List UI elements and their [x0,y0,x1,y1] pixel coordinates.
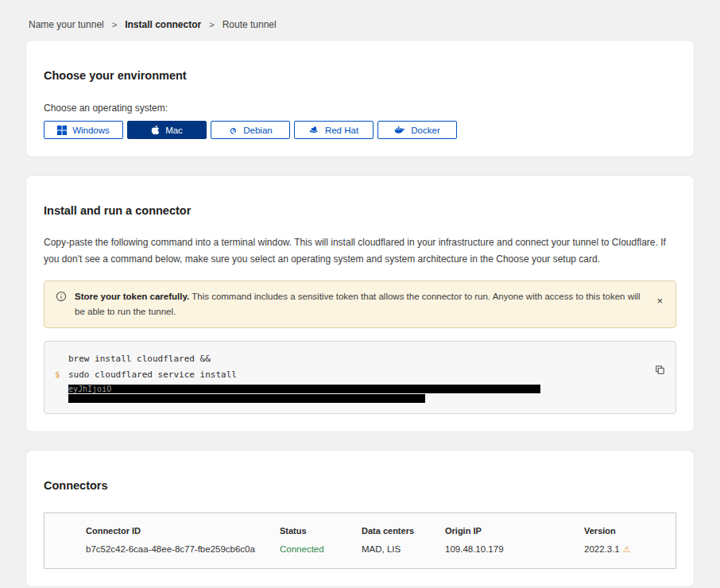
token-warning-banner: Store your token carefully. This command… [44,280,676,328]
header-status: Status [280,526,362,536]
install-card-title: Install and run a connector [44,204,676,217]
install-command-code-block: brew install cloudflared && $ sudo cloud… [44,341,676,414]
breadcrumb-item-route-tunnel[interactable]: Route tunnel [223,19,277,30]
cell-version: 2022.3.1⚠ [584,544,663,555]
warning-text: Store your token carefully. This command… [75,289,647,319]
header-version: Version [584,526,663,536]
redacted-token-line-1: eyJhIjoiO [68,385,540,393]
windows-icon [57,126,67,135]
environment-card-title: Choose your environment [44,69,676,82]
install-connector-card: Install and run a connector Copy-paste t… [25,175,695,432]
header-origin-ip: Origin IP [445,526,584,536]
code-gutter [55,393,68,403]
warning-text-bold: Store your token carefully. [75,292,189,301]
os-button-group: Windows Mac Debian Red Hat [44,121,676,139]
docker-icon [394,126,405,134]
breadcrumb-item-install-connector[interactable]: Install connector [125,19,201,30]
os-button-label: Windows [72,126,110,135]
redhat-icon [309,126,319,134]
os-button-label: Docker [411,126,439,135]
breadcrumb-separator: > [209,20,214,29]
close-icon[interactable]: × [655,296,664,306]
breadcrumb-separator: > [112,20,117,29]
os-button-label: Debian [243,126,272,135]
info-icon [56,291,67,307]
cell-origin-ip: 109.48.10.179 [445,544,584,554]
header-connector-id: Connector ID [86,526,280,536]
breadcrumb: Name your tunnel > Install connector > R… [25,0,695,40]
page: Name your tunnel > Install connector > R… [0,0,720,588]
os-button-label: Mac [165,126,183,135]
version-value: 2022.3.1 [584,544,620,554]
connectors-card: Connectors Connector ID Status Data cent… [25,450,695,587]
os-button-mac[interactable]: Mac [127,121,207,139]
os-button-docker[interactable]: Docker [377,121,457,139]
os-button-label: Red Hat [325,126,358,135]
status-badge: Connected [280,544,362,554]
os-button-debian[interactable]: Debian [211,121,290,139]
os-button-windows[interactable]: Windows [44,121,123,139]
code-gutter [55,383,68,393]
redacted-token-line-2 [68,394,425,403]
code-line-1: brew install cloudflared && [68,351,211,367]
cell-connector-id: b7c52c42-6caa-48ee-8c77-fbe259cb6c0a [86,544,280,554]
shell-prompt: $ [55,367,68,383]
install-description: Copy-paste the following command into a … [44,234,676,268]
copy-icon[interactable] [655,365,665,377]
os-button-redhat[interactable]: Red Hat [294,121,374,139]
code-line-2: sudo cloudflared service install [68,367,237,383]
debian-icon [228,126,238,135]
code-gutter [55,351,68,367]
connectors-table: Connector ID Status Data centers Origin … [44,513,676,569]
table-row: b7c52c42-6caa-48ee-8c77-fbe259cb6c0a Con… [45,536,675,568]
table-header-row: Connector ID Status Data centers Origin … [45,513,675,536]
version-warning-icon: ⚠ [623,544,631,554]
environment-card: Choose your environment Choose an operat… [25,40,695,157]
cell-data-centers: MAD, LIS [362,544,445,554]
header-data-centers: Data centers [362,526,445,536]
breadcrumb-item-name-your-tunnel[interactable]: Name your tunnel [29,19,104,30]
connectors-card-title: Connectors [44,479,676,492]
os-chooser-label: Choose an operating system: [44,103,676,114]
apple-icon [151,125,160,135]
